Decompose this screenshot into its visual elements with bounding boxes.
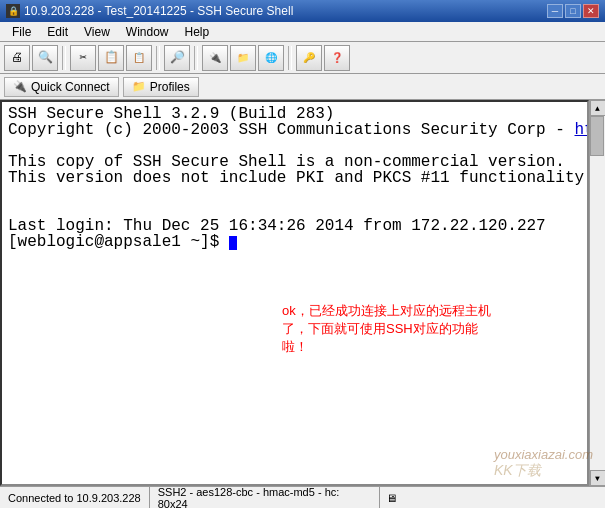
- tb-search[interactable]: 🔎: [164, 45, 190, 71]
- tb-find[interactable]: 🔍: [32, 45, 58, 71]
- terminal-content[interactable]: SSH Secure Shell 3.2.9 (Build 283) Copyr…: [0, 100, 589, 486]
- terminal-line-9: [weblogic@appsale1 ~]$: [8, 234, 581, 250]
- tb-browser[interactable]: 🌐: [258, 45, 284, 71]
- minimize-button[interactable]: ─: [547, 4, 563, 18]
- maximize-button[interactable]: □: [565, 4, 581, 18]
- title-bar: 🔒 10.9.203.228 - Test_20141225 - SSH Sec…: [0, 0, 605, 22]
- tb-cut[interactable]: ✂: [70, 45, 96, 71]
- terminal-line-2: Copyright (c) 2000-2003 SSH Communicatio…: [8, 122, 581, 138]
- status-bar: Connected to 10.9.203.228 SSH2 - aes128-…: [0, 486, 605, 508]
- quick-connect-label: Quick Connect: [31, 80, 110, 94]
- title-controls[interactable]: ─ □ ✕: [547, 4, 599, 18]
- scrollbar-track[interactable]: [590, 116, 605, 470]
- app-icon: 🔒: [6, 4, 20, 18]
- menu-edit[interactable]: Edit: [39, 23, 76, 41]
- terminal-line-8: Last login: Thu Dec 25 16:34:26 2014 fro…: [8, 218, 581, 234]
- tb-sep2: [156, 46, 160, 70]
- status-connection: Connected to 10.9.203.228: [0, 487, 150, 508]
- tb-keygen[interactable]: 🔑: [296, 45, 322, 71]
- window-title: 10.9.203.228 - Test_20141225 - SSH Secur…: [24, 4, 293, 18]
- menu-file[interactable]: File: [4, 23, 39, 41]
- terminal-line-3: [8, 138, 581, 154]
- quickconnect-bar: 🔌 Quick Connect 📁 Profiles: [0, 74, 605, 100]
- tb-paste[interactable]: 📋: [126, 45, 152, 71]
- profiles-icon: 📁: [132, 80, 146, 93]
- status-encryption-text: SSH2 - aes128-cbc - hmac-md5 - hc: 80x24: [158, 486, 371, 509]
- tb-filetransfer[interactable]: 📁: [230, 45, 256, 71]
- terminal-line-7: [8, 202, 581, 218]
- profiles-button[interactable]: 📁 Profiles: [123, 77, 199, 97]
- ssh-link[interactable]: http://www.ssh.com/: [575, 121, 590, 139]
- tb-sep3: [194, 46, 198, 70]
- terminal-wrapper: SSH Secure Shell 3.2.9 (Build 283) Copyr…: [0, 100, 605, 486]
- status-monitor-icon: 🖥: [386, 492, 397, 504]
- terminal-line-4: This copy of SSH Secure Shell is a non-c…: [8, 154, 581, 170]
- menu-view[interactable]: View: [76, 23, 118, 41]
- status-icon-section: 🖥: [380, 487, 605, 508]
- toolbar: 🖨 🔍 ✂ 📋 📋 🔎 🔌 📁 🌐 🔑 ❓: [0, 42, 605, 74]
- terminal-cursor: [229, 236, 237, 250]
- quick-connect-icon: 🔌: [13, 80, 27, 93]
- scrollbar-down[interactable]: ▼: [590, 470, 606, 486]
- tb-print[interactable]: 🖨: [4, 45, 30, 71]
- quick-connect-button[interactable]: 🔌 Quick Connect: [4, 77, 119, 97]
- tb-copy[interactable]: 📋: [98, 45, 124, 71]
- terminal-line-6: [8, 186, 581, 202]
- status-connection-text: Connected to 10.9.203.228: [8, 492, 141, 504]
- menu-window[interactable]: Window: [118, 23, 177, 41]
- menu-bar: File Edit View Window Help: [0, 22, 605, 42]
- tb-help[interactable]: ❓: [324, 45, 350, 71]
- tb-connect[interactable]: 🔌: [202, 45, 228, 71]
- terminal-line-5: This version does not include PKI and PK…: [8, 170, 581, 186]
- terminal-annotation: ok，已经成功连接上对应的远程主机了，下面就可使用SSH对应的功能啦！: [282, 302, 502, 356]
- menu-help[interactable]: Help: [177, 23, 218, 41]
- close-button[interactable]: ✕: [583, 4, 599, 18]
- terminal-line-1: SSH Secure Shell 3.2.9 (Build 283): [8, 106, 581, 122]
- tb-sep1: [62, 46, 66, 70]
- terminal-scrollbar[interactable]: ▲ ▼: [589, 100, 605, 486]
- scrollbar-thumb[interactable]: [590, 116, 604, 156]
- status-encryption: SSH2 - aes128-cbc - hmac-md5 - hc: 80x24: [150, 487, 380, 508]
- title-bar-left: 🔒 10.9.203.228 - Test_20141225 - SSH Sec…: [6, 4, 293, 18]
- scrollbar-up[interactable]: ▲: [590, 100, 606, 116]
- tb-sep4: [288, 46, 292, 70]
- profiles-label: Profiles: [150, 80, 190, 94]
